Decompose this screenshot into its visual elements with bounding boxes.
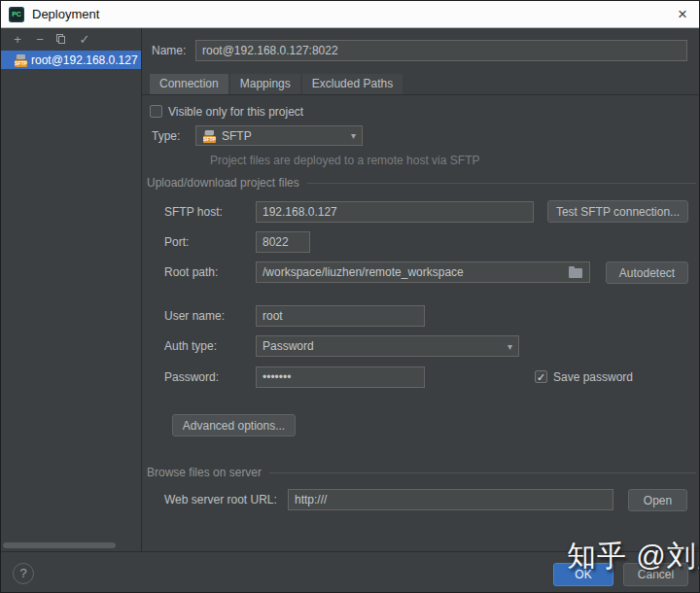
auth-type-label: Auth type: [164,336,217,356]
type-label: Type: [152,126,180,146]
help-icon[interactable]: ? [13,563,34,584]
open-button[interactable]: Open [628,489,687,511]
save-password-checkbox[interactable]: ✓ [535,370,547,383]
save-password-label: Save password [553,367,633,387]
upload-group-header: Upload/download project files [147,176,696,190]
visible-only-checkbox[interactable] [150,105,162,118]
folder-icon[interactable] [569,268,582,278]
type-hint: Project files are deployed to a remote h… [210,154,479,167]
password-label: Password: [164,367,219,387]
cancel-button[interactable]: Cancel [623,563,688,586]
type-dropdown[interactable]: SFTP SFTP ▾ [195,125,363,146]
sftp-host-input[interactable] [256,201,534,223]
use-as-default-check-icon[interactable]: ✓ [75,32,94,47]
upload-group-title: Upload/download project files [147,176,299,190]
tab-connection[interactable]: Connection [150,74,228,94]
close-icon[interactable]: × [670,1,695,28]
web-server-root-url-input[interactable] [288,489,613,510]
deployment-dialog: PC Deployment × + − ✓ SFTP root@192.168.… [0,0,700,593]
user-name-input[interactable] [256,305,425,327]
sftp-icon: SFTP [14,53,27,67]
password-input[interactable] [256,366,425,388]
root-path-label: Root path: [164,262,218,282]
chevron-down-icon: ▾ [351,130,356,141]
remove-server-icon[interactable]: − [30,32,50,47]
user-name-label: User name: [164,306,225,326]
connection-form: Name: Connection Mappings Excluded Paths… [142,28,700,551]
window-title: Deployment [32,7,99,21]
copy-server-icon[interactable] [52,32,72,47]
tab-mappings[interactable]: Mappings [230,74,300,94]
test-sftp-connection-button[interactable]: Test SFTP connection... [547,200,688,223]
sftp-icon: SFTP [202,129,216,143]
auth-type-value: Password [262,339,314,353]
auth-type-dropdown[interactable]: Password ▾ [256,335,519,357]
port-input[interactable] [256,231,310,253]
tab-bar: Connection Mappings Excluded Paths [150,74,404,94]
dialog-footer: ? OK Cancel [1,551,700,593]
browse-group-header: Browse files on server [147,466,696,479]
pycharm-icon: PC [9,7,24,22]
horizontal-scrollbar[interactable] [3,542,116,548]
name-label: Name: [152,41,186,60]
server-item-label: root@192.168.0.127 [31,53,138,67]
server-list-toolbar: + − ✓ [1,28,141,48]
add-server-icon[interactable]: + [8,32,27,47]
server-list-panel: + − ✓ SFTP root@192.168.0.127 [1,28,142,551]
server-list-item[interactable]: SFTP root@192.168.0.127 [1,51,141,69]
advanced-options-button[interactable]: Advanced options... [172,414,296,436]
tab-separator [142,94,700,95]
title-bar: PC Deployment × [1,1,700,28]
chevron-down-icon: ▾ [508,341,512,352]
sftp-host-label: SFTP host: [164,202,223,222]
tab-excluded-paths[interactable]: Excluded Paths [302,74,402,94]
web-server-root-url-label: Web server root URL: [164,490,277,509]
root-path-input[interactable] [256,262,590,283]
port-label: Port: [164,232,189,252]
visible-only-label: Visible only for this project [168,102,303,122]
ok-button[interactable]: OK [553,563,613,586]
name-input[interactable] [195,40,687,61]
type-value: SFTP [222,129,252,143]
browse-group-title: Browse files on server [147,466,262,479]
autodetect-button[interactable]: Autodetect [606,262,688,284]
